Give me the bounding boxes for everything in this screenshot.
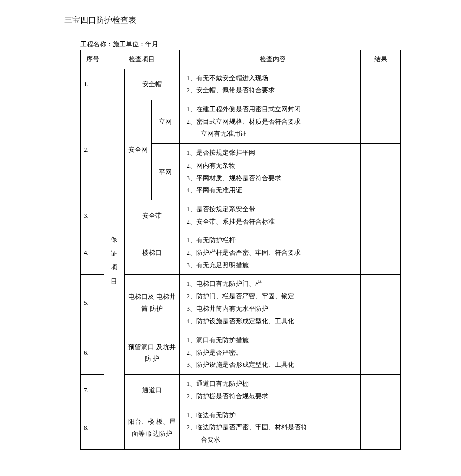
cell-seq: 3. bbox=[81, 200, 104, 231]
page-subtitle: 工程名称：施工单位：年月 bbox=[80, 40, 401, 49]
header-result: 结果 bbox=[361, 50, 401, 69]
table-row: 4. 楼梯口 1、有无防护栏杆2、防护栏杆是否严密、牢固、符合要求3、有无充足照… bbox=[81, 231, 401, 275]
cell-content: 1、在建工程外侧是否用密目式立网封闭2、密目式立网规格、材质是否符合要求立网有无… bbox=[179, 100, 361, 144]
cell-seq: 4. bbox=[81, 231, 104, 275]
cell-item: 安全帽 bbox=[125, 69, 179, 100]
cell-item: 安全带 bbox=[125, 200, 179, 231]
header-seq: 序号 bbox=[81, 50, 104, 69]
cell-item: 通道口 bbox=[125, 375, 179, 406]
cell-seq: 2. bbox=[81, 100, 104, 200]
header-item: 检查项目 bbox=[104, 50, 179, 69]
header-content: 检查内容 bbox=[179, 50, 361, 69]
cell-content: 1、临边有无防护2、临边防护是否严密、牢固、材料是否符合要求 bbox=[179, 406, 361, 449]
table-row: 5. 电梯口及 电梯井筒 防护 1、电梯口有无防护门、栏2、防护门、栏是否严密、… bbox=[81, 275, 401, 331]
page-title: 三宝四口防护检查表 bbox=[64, 15, 401, 26]
table-row: 7. 通道口 1、通道口有无防护棚2、防护棚是否符合规范要求 bbox=[81, 375, 401, 406]
cell-subitem: 立网 bbox=[151, 100, 179, 144]
cell-group: 保证项目 bbox=[104, 69, 125, 449]
cell-result bbox=[361, 331, 401, 375]
cell-result bbox=[361, 69, 401, 100]
cell-item: 阳台、楼 板、屋面等 临边防护 bbox=[125, 406, 179, 449]
cell-result bbox=[361, 100, 401, 144]
table-row: 3. 安全带 1、是否按规定系安全带2、安全带、系挂是否符合标准 bbox=[81, 200, 401, 231]
cell-content: 1、是否按规定系安全带2、安全带、系挂是否符合标准 bbox=[179, 200, 361, 231]
cell-content: 1、有无不戴安全帽进入现场2、安全帽、佩带是否符合要求 bbox=[179, 69, 361, 100]
cell-seq: 8. bbox=[81, 406, 104, 449]
cell-result bbox=[361, 231, 401, 275]
group-label: 保证项目 bbox=[111, 229, 118, 287]
table-row: 6. 预留洞口 及坑井防 护 1、洞口有无防护措施2、防护是否严密。3、防护设施… bbox=[81, 331, 401, 375]
cell-result bbox=[361, 200, 401, 231]
cell-seq: 6. bbox=[81, 331, 104, 375]
inspection-table: 序号 检查项目 检查内容 结果 1. 保证项目 安全帽 1、有无不戴安全帽进入现… bbox=[80, 50, 401, 450]
cell-item: 安全网 bbox=[125, 100, 151, 200]
cell-seq: 7. bbox=[81, 375, 104, 406]
cell-content: 1、有无防护栏杆2、防护栏杆是否严密、牢固、符合要求3、有无充足照明措施 bbox=[179, 231, 361, 275]
cell-subitem: 平网 bbox=[151, 144, 179, 200]
cell-content: 1、电梯口有无防护门、栏2、防护门、栏是否严密、牢固、锁定3、电梯井筒内有无水平… bbox=[179, 275, 361, 331]
cell-result bbox=[361, 275, 401, 331]
table-row: 8. 阳台、楼 板、屋面等 临边防护 1、临边有无防护2、临边防护是否严密、牢固… bbox=[81, 406, 401, 449]
table-row: 1. 保证项目 安全帽 1、有无不戴安全帽进入现场2、安全帽、佩带是否符合要求 bbox=[81, 69, 401, 100]
header-row: 序号 检查项目 检查内容 结果 bbox=[81, 50, 401, 69]
cell-item: 预留洞口 及坑井防 护 bbox=[125, 331, 179, 375]
cell-item: 楼梯口 bbox=[125, 231, 179, 275]
cell-content: 1、洞口有无防护措施2、防护是否严密。3、防护设施是否形成定型化、工具化 bbox=[179, 331, 361, 375]
cell-content: 1、是否按规定张挂平网2、网内有无杂物3、平网材质、规格是否符合要求4、平网有无… bbox=[179, 144, 361, 200]
cell-result bbox=[361, 375, 401, 406]
cell-result bbox=[361, 406, 401, 449]
cell-seq: 5. bbox=[81, 275, 104, 331]
cell-item: 电梯口及 电梯井筒 防护 bbox=[125, 275, 179, 331]
cell-result bbox=[361, 144, 401, 200]
table-row: 2. 安全网 立网 1、在建工程外侧是否用密目式立网封闭2、密目式立网规格、材质… bbox=[81, 100, 401, 144]
cell-seq: 1. bbox=[81, 69, 104, 100]
cell-content: 1、通道口有无防护棚2、防护棚是否符合规范要求 bbox=[179, 375, 361, 406]
